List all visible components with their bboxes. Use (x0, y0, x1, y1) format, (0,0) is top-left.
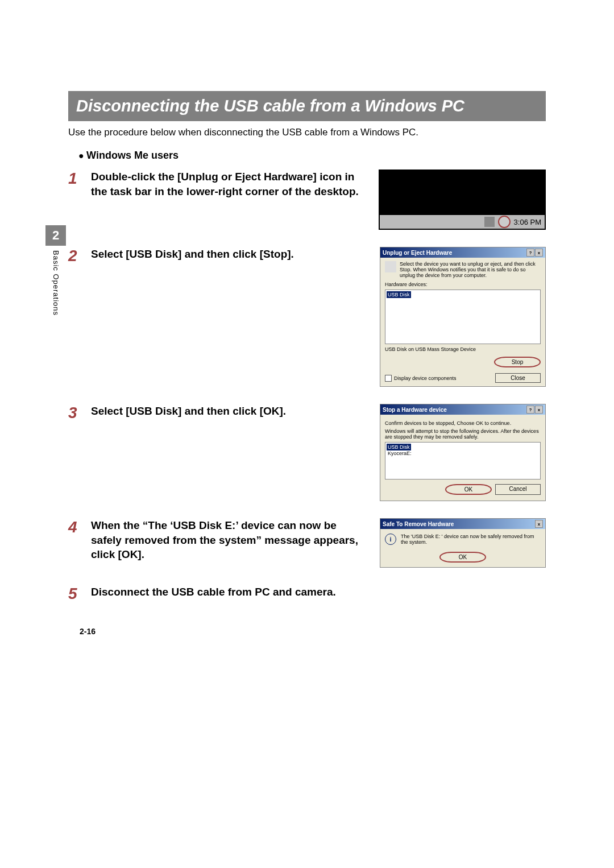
tray-icon-generic (484, 217, 495, 227)
list-label: Hardware devices: (385, 282, 541, 287)
step-number: 2 (68, 248, 84, 264)
hardware-devices-list[interactable]: USB Disk (385, 290, 541, 344)
subhead-windows-me: Windows Me users (78, 150, 546, 162)
section-title: Disconnecting the USB cable from a Windo… (68, 91, 546, 121)
screenshot-unplug-dialog: Unplug or Eject Hardware ? x Select the … (380, 247, 546, 387)
step-number: 5 (68, 586, 84, 602)
step-text: When the “The ‘USB Disk E:’ device can n… (91, 518, 368, 562)
info-icon: i (385, 534, 396, 545)
dialog-line1: Confirm devices to be stopped, Choose OK… (385, 420, 541, 426)
dialog-titlebar: Unplug or Eject Hardware ? x (380, 247, 545, 258)
step-number: 1 (68, 171, 84, 199)
dialog-titlebar: Stop a Hardware device ? x (380, 404, 545, 415)
taskbar: 3:06 PM (380, 215, 545, 229)
dialog-titlebar: Safe To Remove Hardware x (380, 519, 545, 529)
close-icon[interactable]: x (535, 520, 543, 528)
ok-button[interactable]: OK (445, 484, 492, 495)
help-icon[interactable]: ? (526, 249, 534, 257)
screenshot-safe-remove-dialog: Safe To Remove Hardware x i The 'USB Dis… (380, 518, 546, 568)
dialog-line2: Windows will attempt to stop the followi… (385, 428, 541, 440)
devices-list[interactable]: USB Disk KyoceraE: (385, 442, 541, 480)
close-button[interactable]: Close (495, 373, 541, 383)
intro-text: Use the procedure below when disconnecti… (68, 127, 546, 138)
dialog-message: Select the device you want to unplug or … (400, 261, 541, 278)
device-status-text: USB Disk on USB Mass Storage Device (385, 346, 541, 352)
chapter-number-badge: 2 (45, 225, 66, 246)
list-item[interactable]: KyoceraE: (387, 450, 413, 457)
close-icon[interactable]: x (535, 249, 543, 257)
stop-button[interactable]: Stop (494, 357, 541, 367)
step-number: 4 (68, 519, 84, 562)
unplug-hardware-icon[interactable] (498, 216, 511, 228)
ok-button[interactable]: OK (439, 552, 486, 563)
page-number: 2-16 (80, 627, 96, 636)
step-text: Select [USB Disk] and then click [Stop]. (91, 247, 368, 264)
checkbox-label: Display device components (394, 375, 457, 381)
step-text: Select [USB Disk] and then click [OK]. (91, 404, 368, 421)
dialog-message: The 'USB Disk E: ' device can now be saf… (401, 534, 541, 545)
step-number: 3 (68, 405, 84, 421)
help-icon[interactable]: ? (526, 406, 534, 414)
dialog-title-text: Stop a Hardware device (383, 407, 447, 413)
dialog-title-text: Unplug or Eject Hardware (383, 250, 452, 256)
list-item[interactable]: USB Disk (387, 291, 411, 298)
close-icon[interactable]: x (535, 406, 543, 414)
step-text: Disconnect the USB cable from PC and cam… (91, 585, 546, 600)
eject-icon (385, 261, 396, 272)
chapter-side-tab: 2 Basic Operations (45, 225, 66, 316)
taskbar-clock: 3:06 PM (514, 218, 541, 226)
step-text: Double-click the [Unplug or Eject Hardwa… (91, 170, 367, 199)
screenshot-taskbar: 3:06 PM (379, 170, 546, 230)
display-components-checkbox[interactable] (385, 375, 392, 382)
dialog-title-text: Safe To Remove Hardware (383, 521, 454, 527)
chapter-label: Basic Operations (52, 250, 60, 316)
cancel-button[interactable]: Cancel (495, 484, 541, 495)
screenshot-stop-dialog: Stop a Hardware device ? x Confirm devic… (380, 404, 546, 501)
